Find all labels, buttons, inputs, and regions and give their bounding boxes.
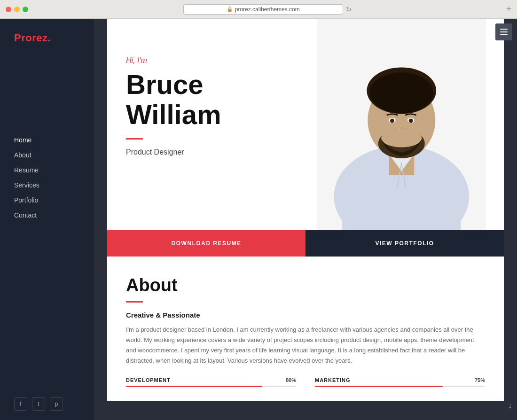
svg-point-10 bbox=[390, 118, 394, 123]
hero-name-line1: Bruce bbox=[126, 69, 203, 100]
hero-section: Hi, I'm Bruce William Product Designer bbox=[107, 19, 504, 230]
hero-job-title: Product Designer bbox=[126, 148, 221, 156]
logo: Prorez. bbox=[0, 19, 94, 57]
url-input[interactable]: 🔒 prorez.caliberthemes.com bbox=[183, 4, 343, 15]
hero-name-line2: William bbox=[126, 99, 221, 130]
person-illustration bbox=[309, 19, 494, 230]
skill-marketing-label: MARKETING bbox=[315, 377, 351, 383]
logo-dot: . bbox=[47, 32, 51, 44]
new-tab-button[interactable]: + bbox=[506, 4, 511, 14]
about-section: About Creative & Passionate I'm a produc… bbox=[107, 257, 504, 401]
skill-development: DEVELOPMENT 80% bbox=[126, 377, 296, 387]
url-text: prorez.caliberthemes.com bbox=[235, 6, 300, 13]
svg-point-7 bbox=[370, 72, 433, 113]
skill-development-bar-bg bbox=[126, 386, 296, 387]
hero-text: Hi, I'm Bruce William Product Designer bbox=[107, 19, 221, 230]
logo-text: Prorez bbox=[14, 32, 47, 44]
svg-point-13 bbox=[382, 129, 422, 148]
close-button[interactable] bbox=[6, 7, 11, 12]
sidebar-item-contact[interactable]: Contact bbox=[14, 208, 80, 223]
hero-image bbox=[286, 19, 504, 230]
cta-buttons: DOWNLOAD RESUME VIEW PORTFOLIO bbox=[107, 230, 504, 257]
svg-rect-2 bbox=[343, 171, 461, 230]
facebook-link[interactable]: f bbox=[14, 397, 27, 411]
download-resume-button[interactable]: DOWNLOAD RESUME bbox=[107, 230, 306, 257]
hero-greeting: Hi, I'm bbox=[126, 56, 221, 65]
minimize-button[interactable] bbox=[14, 7, 20, 12]
maximize-button[interactable] bbox=[23, 7, 28, 12]
sidebar-nav: Home About Resume Services Portfolio Con… bbox=[0, 132, 94, 223]
svg-point-11 bbox=[409, 118, 413, 123]
hero-divider bbox=[126, 138, 143, 140]
traffic-lights bbox=[6, 7, 28, 12]
hero-name: Bruce William bbox=[126, 70, 221, 130]
about-body: I'm a product designer based in London. … bbox=[126, 325, 485, 366]
sidebar-social: f t p bbox=[0, 388, 94, 420]
about-subtitle: Creative & Passionate bbox=[126, 311, 485, 319]
menu-line-3 bbox=[500, 34, 508, 35]
skill-development-header: DEVELOPMENT 80% bbox=[126, 377, 296, 383]
sidebar-item-services[interactable]: Services bbox=[14, 178, 80, 193]
about-title: About bbox=[126, 275, 485, 296]
skill-development-label: DEVELOPMENT bbox=[126, 377, 171, 383]
skill-marketing-header: MARKETING 75% bbox=[315, 377, 485, 383]
skill-marketing: MARKETING 75% bbox=[315, 377, 485, 387]
skill-marketing-bar-bg bbox=[315, 386, 485, 387]
menu-line-2 bbox=[500, 31, 508, 32]
skill-marketing-pct: 75% bbox=[475, 377, 485, 383]
hamburger-menu[interactable] bbox=[495, 23, 512, 40]
content-area: Hi, I'm Bruce William Product Designer bbox=[94, 19, 517, 420]
skills-row: DEVELOPMENT 80% MARKETING 75% bbox=[126, 377, 485, 387]
skill-development-pct: 80% bbox=[286, 377, 296, 383]
twitter-link[interactable]: t bbox=[32, 397, 45, 411]
refresh-icon[interactable]: ↻ bbox=[346, 6, 352, 13]
sidebar-item-portfolio[interactable]: Portfolio bbox=[14, 193, 80, 208]
pinterest-link[interactable]: p bbox=[50, 397, 63, 411]
browser-chrome: 🔒 prorez.caliberthemes.com ↻ + bbox=[0, 0, 517, 19]
sidebar-item-about[interactable]: About bbox=[14, 148, 80, 163]
sidebar-item-resume[interactable]: Resume bbox=[14, 163, 80, 178]
menu-line-1 bbox=[500, 29, 508, 30]
scroll-down-indicator: ↓ bbox=[508, 401, 512, 411]
main-card: Hi, I'm Bruce William Product Designer bbox=[107, 19, 504, 401]
view-portfolio-button[interactable]: VIEW PORTFOLIO bbox=[306, 230, 504, 257]
sidebar-item-home[interactable]: Home bbox=[14, 132, 80, 148]
skill-development-bar-fill bbox=[126, 386, 262, 387]
about-divider bbox=[126, 301, 143, 303]
lock-icon: 🔒 bbox=[227, 6, 233, 12]
browser-window: Prorez. Home About Resume Services Portf… bbox=[0, 19, 517, 420]
address-bar: 🔒 prorez.caliberthemes.com ↻ bbox=[32, 4, 502, 15]
skill-marketing-bar-fill bbox=[315, 386, 443, 387]
sidebar: Prorez. Home About Resume Services Portf… bbox=[0, 19, 94, 420]
